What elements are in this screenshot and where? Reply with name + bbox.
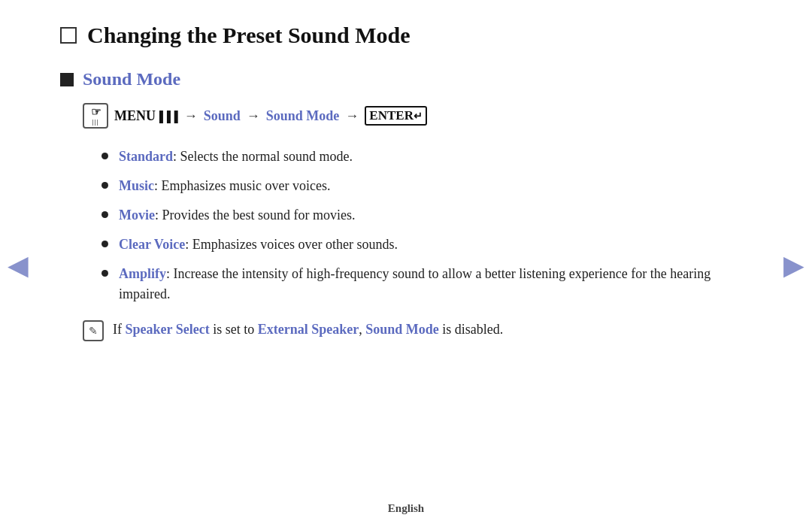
bullet-dot	[102, 182, 108, 189]
bullet-term: Movie	[119, 207, 155, 223]
bullet-term: Clear Voice	[119, 237, 185, 252]
note-row: ✎ If Speaker Select is set to External S…	[83, 320, 752, 341]
bullet-dot	[102, 211, 108, 218]
arrow-1: →	[184, 108, 198, 124]
main-title-text: Changing the Preset Sound Mode	[87, 23, 411, 48]
sound-mode-link: Sound Mode	[266, 108, 340, 124]
sound-mode-link-note: Sound Mode	[365, 322, 439, 337]
black-square-icon	[60, 73, 74, 86]
note-icon: ✎	[83, 320, 104, 341]
bullet-dot	[102, 153, 108, 159]
external-speaker-link: External Speaker	[258, 322, 359, 337]
bullet-content: Standard: Selects the normal sound mode.	[119, 147, 353, 167]
main-title-row: Changing the Preset Sound Mode	[60, 23, 752, 48]
section-header: Sound Mode	[60, 69, 752, 89]
bullet-term: Standard	[119, 149, 173, 164]
note-text: If Speaker Select is set to External Spe…	[113, 320, 503, 340]
menu-label: MENU▐▐▐	[114, 108, 178, 124]
bullet-content: Movie: Provides the best sound for movie…	[119, 205, 355, 226]
checkbox-icon	[60, 27, 77, 44]
bullet-term: Amplify	[119, 266, 166, 281]
bullet-content: Amplify: Increase the intensity of high-…	[119, 264, 752, 304]
section-title: Sound Mode	[83, 69, 180, 89]
list-item: Amplify: Increase the intensity of high-…	[102, 264, 752, 304]
list-item: Standard: Selects the normal sound mode.	[102, 147, 752, 167]
footer-language: English	[388, 502, 424, 515]
speaker-select-link: Speaker Select	[126, 322, 210, 337]
bullet-term: Music	[119, 178, 154, 193]
list-item: Music: Emphasizes music over voices.	[102, 176, 752, 196]
arrow-2: →	[247, 108, 260, 124]
sound-link: Sound	[204, 108, 241, 124]
bullet-content: Music: Emphasizes music over voices.	[119, 176, 330, 196]
menu-path-row: ☞ ||| MENU▐▐▐ → Sound → Sound Mode → ENT…	[83, 103, 752, 129]
enter-label: ENTER↵	[365, 106, 427, 126]
bullet-dot	[102, 270, 108, 277]
bullet-dot	[102, 241, 108, 247]
arrow-3: →	[345, 108, 359, 124]
list-item: Clear Voice: Emphasizes voices over othe…	[102, 235, 752, 255]
nav-arrow-left[interactable]: ◀	[8, 250, 29, 281]
nav-arrow-right[interactable]: ▶	[783, 250, 804, 281]
menu-icon: ☞ |||	[83, 103, 108, 129]
bullet-content: Clear Voice: Emphasizes voices over othe…	[119, 235, 398, 255]
enter-box: ENTER↵	[365, 106, 427, 126]
list-item: Movie: Provides the best sound for movie…	[102, 205, 752, 226]
bullet-list: Standard: Selects the normal sound mode.…	[102, 147, 752, 304]
